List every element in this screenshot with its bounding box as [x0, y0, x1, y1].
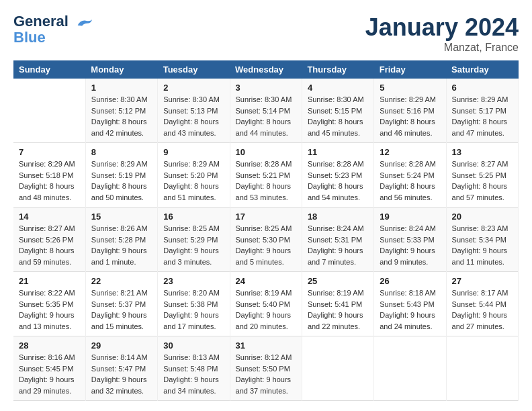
day-number: 29 — [91, 340, 152, 351]
calendar-cell: 25Sunrise: 8:19 AMSunset: 5:41 PMDayligh… — [302, 272, 373, 336]
calendar-header: SundayMondayTuesdayWednesdayThursdayFrid… — [13, 60, 519, 79]
header-saturday: Saturday — [446, 60, 518, 79]
day-number: 27 — [452, 276, 513, 286]
header-thursday: Thursday — [302, 60, 373, 79]
cell-info: Sunrise: 8:30 AMSunset: 5:15 PMDaylight:… — [308, 94, 368, 138]
cell-info: Sunrise: 8:17 AMSunset: 5:44 PMDaylight:… — [452, 287, 513, 332]
day-number: 22 — [91, 276, 152, 286]
day-number: 4 — [308, 83, 368, 93]
calendar-cell: 22Sunrise: 8:21 AMSunset: 5:37 PMDayligh… — [85, 272, 157, 336]
day-number: 16 — [163, 212, 224, 222]
calendar-cell: 23Sunrise: 8:20 AMSunset: 5:38 PMDayligh… — [158, 272, 230, 336]
calendar-cell: 20Sunrise: 8:23 AMSunset: 5:34 PMDayligh… — [446, 208, 518, 272]
cell-info: Sunrise: 8:27 AMSunset: 5:26 PMDaylight:… — [19, 223, 80, 267]
calendar-cell: 5Sunrise: 8:29 AMSunset: 5:16 PMDaylight… — [374, 79, 446, 143]
calendar-cell: 19Sunrise: 8:24 AMSunset: 5:33 PMDayligh… — [374, 208, 446, 272]
calendar-cell: 17Sunrise: 8:25 AMSunset: 5:30 PMDayligh… — [230, 208, 302, 272]
calendar-cell: 9Sunrise: 8:29 AMSunset: 5:20 PMDaylight… — [158, 143, 230, 208]
day-number: 6 — [452, 83, 513, 93]
calendar-cell: 7Sunrise: 8:29 AMSunset: 5:18 PMDaylight… — [13, 143, 85, 208]
day-number: 5 — [380, 83, 440, 93]
cell-info: Sunrise: 8:29 AMSunset: 5:19 PMDaylight:… — [91, 158, 152, 203]
header-sunday: Sunday — [13, 60, 85, 79]
day-number: 31 — [236, 340, 296, 351]
logo: General Blue — [13, 13, 93, 46]
calendar-cell: 29Sunrise: 8:14 AMSunset: 5:47 PMDayligh… — [85, 336, 157, 401]
day-number: 7 — [19, 147, 80, 157]
cell-info: Sunrise: 8:21 AMSunset: 5:37 PMDaylight:… — [91, 287, 152, 332]
cell-info: Sunrise: 8:16 AMSunset: 5:45 PMDaylight:… — [19, 352, 80, 396]
day-number: 11 — [308, 147, 368, 157]
calendar-cell: 1Sunrise: 8:30 AMSunset: 5:12 PMDaylight… — [85, 79, 157, 143]
day-number: 24 — [236, 276, 296, 286]
calendar-table: SundayMondayTuesdayWednesdayThursdayFrid… — [13, 60, 519, 401]
calendar-cell — [446, 336, 518, 401]
cell-info: Sunrise: 8:28 AMSunset: 5:23 PMDaylight:… — [308, 158, 368, 203]
logo-bird-icon — [75, 15, 93, 29]
logo-general: General — [13, 13, 69, 30]
cell-info: Sunrise: 8:19 AMSunset: 5:40 PMDaylight:… — [236, 287, 296, 332]
calendar-cell: 28Sunrise: 8:16 AMSunset: 5:45 PMDayligh… — [13, 336, 85, 401]
cell-info: Sunrise: 8:20 AMSunset: 5:38 PMDaylight:… — [163, 287, 224, 332]
day-number: 3 — [236, 83, 296, 93]
calendar-cell: 10Sunrise: 8:28 AMSunset: 5:21 PMDayligh… — [230, 143, 302, 208]
calendar-cell: 21Sunrise: 8:22 AMSunset: 5:35 PMDayligh… — [13, 272, 85, 336]
calendar-cell: 14Sunrise: 8:27 AMSunset: 5:26 PMDayligh… — [13, 208, 85, 272]
calendar-cell: 12Sunrise: 8:28 AMSunset: 5:24 PMDayligh… — [374, 143, 446, 208]
cell-info: Sunrise: 8:28 AMSunset: 5:21 PMDaylight:… — [236, 158, 296, 203]
cell-info: Sunrise: 8:25 AMSunset: 5:30 PMDaylight:… — [236, 223, 296, 267]
day-number: 10 — [236, 147, 296, 157]
calendar-cell: 16Sunrise: 8:25 AMSunset: 5:29 PMDayligh… — [158, 208, 230, 272]
day-number: 13 — [452, 147, 513, 157]
header-tuesday: Tuesday — [158, 60, 230, 79]
header-wednesday: Wednesday — [230, 60, 302, 79]
cell-info: Sunrise: 8:22 AMSunset: 5:35 PMDaylight:… — [19, 287, 80, 332]
cell-info: Sunrise: 8:29 AMSunset: 5:20 PMDaylight:… — [163, 158, 224, 203]
day-number: 19 — [380, 212, 440, 222]
cell-info: Sunrise: 8:18 AMSunset: 5:43 PMDaylight:… — [380, 287, 440, 332]
cell-info: Sunrise: 8:13 AMSunset: 5:48 PMDaylight:… — [163, 352, 224, 396]
day-number: 8 — [91, 147, 152, 157]
day-number: 17 — [236, 212, 296, 222]
calendar-cell: 11Sunrise: 8:28 AMSunset: 5:23 PMDayligh… — [302, 143, 373, 208]
cell-info: Sunrise: 8:30 AMSunset: 5:14 PMDaylight:… — [236, 94, 296, 138]
cell-info: Sunrise: 8:26 AMSunset: 5:28 PMDaylight:… — [91, 223, 152, 267]
day-number: 15 — [91, 212, 152, 222]
cell-info: Sunrise: 8:24 AMSunset: 5:31 PMDaylight:… — [308, 223, 368, 267]
month-title: January 2024 — [365, 13, 519, 42]
day-number: 1 — [91, 83, 152, 93]
calendar-cell: 13Sunrise: 8:27 AMSunset: 5:25 PMDayligh… — [446, 143, 518, 208]
cell-info: Sunrise: 8:23 AMSunset: 5:34 PMDaylight:… — [452, 223, 513, 267]
day-number: 26 — [380, 276, 440, 286]
logo-blue: Blue — [13, 30, 93, 46]
day-number: 18 — [308, 212, 368, 222]
calendar-cell — [374, 336, 446, 401]
calendar-cell: 8Sunrise: 8:29 AMSunset: 5:19 PMDaylight… — [85, 143, 157, 208]
calendar-cell: 18Sunrise: 8:24 AMSunset: 5:31 PMDayligh… — [302, 208, 373, 272]
day-number: 25 — [308, 276, 368, 286]
location: Manzat, France — [365, 42, 519, 54]
cell-info: Sunrise: 8:19 AMSunset: 5:41 PMDaylight:… — [308, 287, 368, 332]
calendar-cell: 31Sunrise: 8:12 AMSunset: 5:50 PMDayligh… — [230, 336, 302, 401]
day-number: 14 — [19, 212, 80, 222]
cell-info: Sunrise: 8:12 AMSunset: 5:50 PMDaylight:… — [236, 352, 296, 396]
day-number: 28 — [19, 340, 80, 351]
header-monday: Monday — [85, 60, 157, 79]
calendar-body: 1Sunrise: 8:30 AMSunset: 5:12 PMDaylight… — [13, 79, 519, 401]
day-number: 21 — [19, 276, 80, 286]
title-section: January 2024 Manzat, France — [365, 13, 519, 54]
calendar-cell: 24Sunrise: 8:19 AMSunset: 5:40 PMDayligh… — [230, 272, 302, 336]
cell-info: Sunrise: 8:29 AMSunset: 5:17 PMDaylight:… — [452, 94, 513, 138]
day-number: 23 — [163, 276, 224, 286]
week-row-1: 1Sunrise: 8:30 AMSunset: 5:12 PMDaylight… — [13, 79, 519, 143]
day-number: 12 — [380, 147, 440, 157]
cell-info: Sunrise: 8:29 AMSunset: 5:16 PMDaylight:… — [380, 94, 440, 138]
calendar-cell: 2Sunrise: 8:30 AMSunset: 5:13 PMDaylight… — [158, 79, 230, 143]
day-number: 9 — [163, 147, 224, 157]
week-row-3: 14Sunrise: 8:27 AMSunset: 5:26 PMDayligh… — [13, 208, 519, 272]
calendar-cell: 15Sunrise: 8:26 AMSunset: 5:28 PMDayligh… — [85, 208, 157, 272]
cell-info: Sunrise: 8:24 AMSunset: 5:33 PMDaylight:… — [380, 223, 440, 267]
calendar-cell — [302, 336, 373, 401]
day-number: 2 — [163, 83, 224, 93]
cell-info: Sunrise: 8:28 AMSunset: 5:24 PMDaylight:… — [380, 158, 440, 203]
